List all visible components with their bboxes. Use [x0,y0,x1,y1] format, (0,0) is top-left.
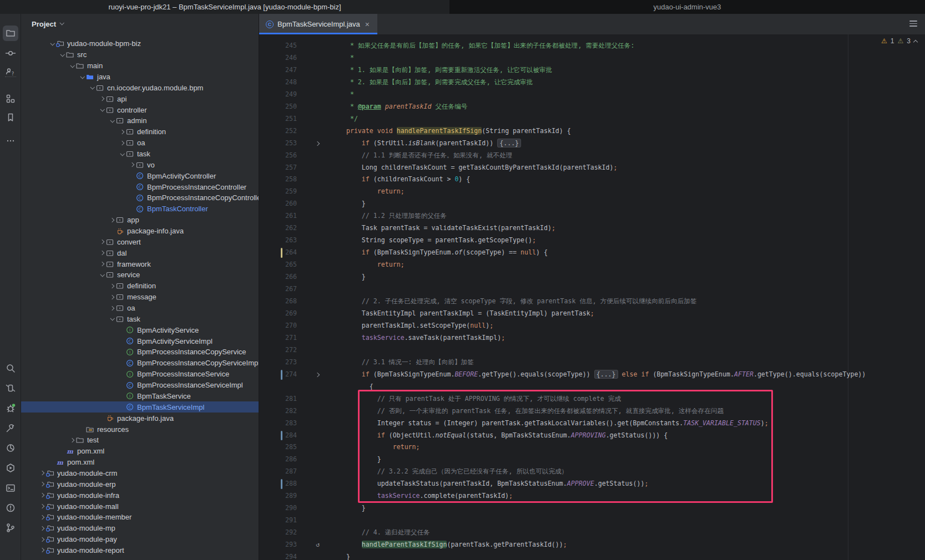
tree-item-dal[interactable]: dal [21,247,259,258]
chevron-right-icon[interactable] [108,304,116,312]
bookmarks-icon[interactable] [3,110,18,125]
project-folder-icon[interactable] [3,26,18,41]
tree-item-oa[interactable]: oa [21,138,259,149]
chevron-right-icon[interactable] [128,161,136,169]
tree-item-test[interactable]: test [21,435,259,446]
tree-item-package-info-java[interactable]: package-info.java [21,226,259,237]
chevron-right-icon[interactable] [118,128,126,136]
commit-icon[interactable] [3,45,18,61]
tree-item-yudao-module-mp[interactable]: yudao-module-mp [21,523,259,534]
chevron-right-icon[interactable] [98,260,106,268]
chevron-right-icon[interactable] [98,95,106,103]
tree-item-src[interactable]: src [21,49,259,60]
chevron-down-icon[interactable] [108,117,116,125]
tree-item-bpmactivityserviceimpl[interactable]: CBpmActivityServiceImpl [21,335,259,347]
debug-icon[interactable] [3,400,18,416]
chevron-down-icon[interactable] [78,73,86,81]
chevron-right-icon[interactable] [98,238,106,246]
tree-item-controller[interactable]: controller [21,104,259,115]
tree-item-definition[interactable]: definition [21,126,259,138]
fold-chevron-icon[interactable] [315,141,320,145]
chevron-down-icon[interactable] [98,271,106,279]
more-icon[interactable] [3,133,18,149]
tab-bpmtaskserviceimpl[interactable]: C BpmTaskServiceImpl.java × [259,14,377,34]
tree-item-bpmtaskservice[interactable]: IBpmTaskService [21,391,259,402]
tree-item-yudao-module-infra[interactable]: yudao-module-infra [21,490,259,501]
tree-item-admin[interactable]: admin [21,115,259,126]
chevron-right-icon[interactable] [108,293,116,301]
chevron-right-icon[interactable] [108,282,116,290]
tree-item-task[interactable]: task [21,313,259,324]
chevron-down-icon[interactable] [58,51,66,59]
chevron-down-icon[interactable] [60,21,64,25]
tree-item-yudao-module-crm[interactable]: yudao-module-crm [21,468,259,479]
tree-item-bpmtaskcontroller[interactable]: CBpmTaskController [21,203,259,215]
tree-item-yudao-module-report[interactable]: yudao-module-report [21,545,259,556]
fold-chevron-icon[interactable] [315,372,320,376]
tree-item-bpmprocessinstancecopyserviceimpl[interactable]: CBpmProcessInstanceCopyServiceImpl [21,358,259,369]
tree-item-yudao-module-bpm-biz[interactable]: yudao-module-bpm-biz [21,38,259,49]
tree-item-bpmprocessinstancecontroller[interactable]: CBpmProcessInstanceController [21,181,259,192]
tab-options-menu-icon[interactable] [909,21,917,27]
tree-item-package-info-java[interactable]: package-info.java [21,413,259,424]
chevron-right-icon[interactable] [38,525,46,532]
chevron-down-icon[interactable] [118,150,126,158]
chevron-right-icon[interactable] [38,546,46,554]
tree-item-bpmprocessinstanceservice[interactable]: IBpmProcessInstanceService [21,369,259,380]
chevron-right-icon[interactable] [108,216,116,224]
tree-item-bpmtaskserviceimpl[interactable]: CBpmTaskServiceImpl [21,401,259,413]
tree-item-cn-iocoder-yudao-module-bpm[interactable]: cn.iocoder.yudao.module.bpm [21,82,259,93]
chevron-right-icon[interactable] [38,513,46,521]
git-branch-icon[interactable] [3,520,18,536]
tree-item-yudao-module-member[interactable]: yudao-module-member [21,512,259,523]
tree-item-pom-xml[interactable]: mpom.xml [21,457,259,468]
tree-item-app[interactable]: app [21,215,259,226]
tree-item-yudao-module-erp[interactable]: yudao-module-erp [21,478,259,490]
editor-body[interactable]: 245 * 如果父任务是有前后【加签】的任务, 如果它【加签】出来的子任务都被处… [259,34,925,560]
tree-item-java[interactable]: java [21,72,259,83]
tree-item-main[interactable]: main [21,60,259,72]
chevron-right-icon[interactable] [38,480,46,488]
tree-item-bpmactivityservice[interactable]: IBpmActivityService [21,324,259,335]
chevron-right-icon[interactable] [38,491,46,499]
chevron-right-icon[interactable] [98,249,106,257]
project-panel-header[interactable]: Project [21,14,259,34]
build-icon[interactable] [3,420,18,436]
chevron-down-icon[interactable] [98,106,106,114]
tree-item-bpmprocessinstanceserviceimpl[interactable]: CBpmProcessInstanceServiceImpl [21,380,259,391]
project-tree[interactable]: yudao-module-bpm-bizsrcmainjavacn.iocode… [21,34,259,560]
tree-item-message[interactable]: message [21,292,259,303]
tree-item-convert[interactable]: convert [21,236,259,247]
tree-item-pom-xml[interactable]: mpom.xml [21,446,259,457]
run-icon[interactable] [3,460,18,476]
tree-item-yudao-module-pay[interactable]: yudao-module-pay [21,534,259,545]
tree-item-task[interactable]: task [21,149,259,160]
chevron-right-icon[interactable] [38,502,46,510]
pull-requests-icon[interactable]: ? [3,64,18,80]
search-icon[interactable] [3,360,18,376]
chevron-right-icon[interactable] [38,469,46,477]
chevron-right-icon[interactable] [68,436,76,444]
chevron-right-icon[interactable] [118,139,126,147]
tree-item-definition[interactable]: definition [21,281,259,292]
tree-item-api[interactable]: api [21,93,259,104]
tree-item-yudao-module-mall[interactable]: yudao-module-mall [21,501,259,512]
tree-item-bpmprocessinstancecopyservice[interactable]: IBpmProcessInstanceCopyService [21,347,259,358]
chevron-up-icon[interactable] [913,39,918,44]
profiler-icon[interactable] [3,440,18,456]
tree-item-service[interactable]: service [21,269,259,281]
chevron-down-icon[interactable] [48,40,56,48]
services-icon[interactable] [3,380,18,396]
tree-item-bpmactivitycontroller[interactable]: CBpmActivityController [21,170,259,181]
chevron-down-icon[interactable] [88,84,96,91]
structure-icon[interactable] [3,91,18,106]
chevron-right-icon[interactable] [38,536,46,543]
tree-item-bpmprocessinstancecopycontroller[interactable]: CBpmProcessInstanceCopyController [21,192,259,203]
recursive-call-icon[interactable]: ↺ [311,539,325,551]
problems-icon[interactable] [3,500,18,516]
inspections-widget[interactable]: ⚠1 ⚠3 [881,37,917,45]
terminal-icon[interactable] [3,480,18,496]
tree-item-resources[interactable]: resources [21,424,259,435]
tree-item-oa[interactable]: oa [21,303,259,314]
tree-item-framework[interactable]: framework [21,258,259,269]
